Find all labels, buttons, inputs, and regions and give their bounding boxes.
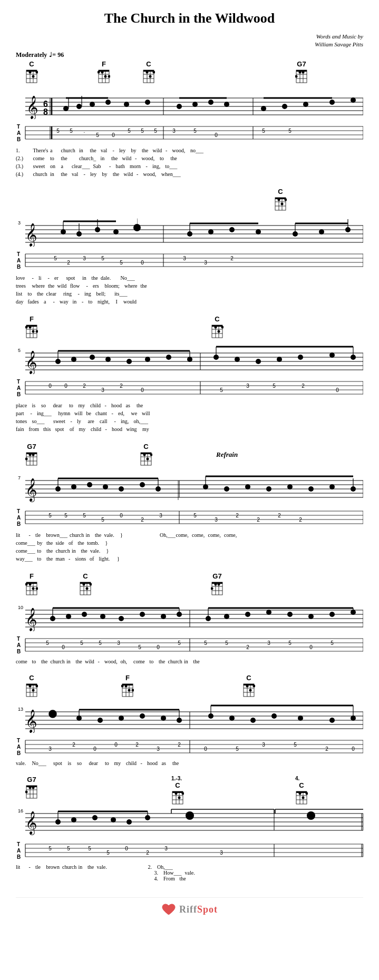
svg-point-335 bbox=[66, 614, 71, 619]
svg-rect-391 bbox=[122, 684, 133, 685]
svg-point-422 bbox=[119, 716, 124, 721]
svg-point-241 bbox=[147, 457, 149, 460]
svg-point-508 bbox=[127, 819, 132, 825]
svg-text:0: 0 bbox=[215, 132, 218, 138]
svg-point-487 bbox=[302, 796, 305, 799]
svg-rect-462 bbox=[26, 786, 37, 798]
svg-point-58 bbox=[208, 100, 213, 105]
svg-point-34 bbox=[295, 75, 298, 77]
svg-text:2: 2 bbox=[302, 383, 305, 389]
volta-1-3: 1.-3. C bbox=[171, 776, 184, 806]
staff-svg-5: 𝄞 10 bbox=[16, 601, 363, 631]
svg-point-61 bbox=[282, 104, 287, 109]
svg-text:A: A bbox=[17, 848, 21, 854]
svg-point-397 bbox=[125, 684, 128, 687]
svg-text:0: 0 bbox=[62, 644, 65, 650]
svg-text:3: 3 bbox=[172, 128, 176, 134]
svg-rect-480 bbox=[296, 791, 307, 804]
svg-point-427 bbox=[229, 716, 235, 721]
svg-text:3: 3 bbox=[262, 742, 265, 748]
svg-text:2: 2 bbox=[135, 742, 139, 748]
svg-text:5: 5 bbox=[101, 256, 104, 261]
svg-point-431 bbox=[329, 718, 335, 723]
chord-name: C bbox=[175, 781, 180, 789]
svg-text:5: 5 bbox=[64, 513, 67, 518]
chord-C-10: C bbox=[295, 781, 308, 806]
svg-text:0: 0 bbox=[204, 746, 207, 752]
svg-text:5: 5 bbox=[80, 640, 83, 646]
svg-point-388 bbox=[32, 689, 35, 691]
attribution: Words and Music by William Savage Pitts bbox=[16, 33, 363, 49]
svg-text:5: 5 bbox=[193, 128, 197, 134]
svg-point-195 bbox=[298, 355, 303, 360]
riffspot-heart-icon bbox=[161, 903, 176, 917]
volta-label: 1.-3. bbox=[171, 776, 184, 781]
lyric-line-1-1: 1. There's a church in the val - ley by … bbox=[16, 146, 363, 154]
svg-text:13: 13 bbox=[18, 707, 23, 712]
staff-svg-3: 𝄞 5 bbox=[16, 344, 363, 374]
chord-F-3: F bbox=[25, 572, 38, 597]
svg-text:5: 5 bbox=[262, 128, 265, 134]
svg-rect-97 bbox=[275, 198, 286, 199]
svg-point-16 bbox=[101, 71, 104, 73]
svg-point-306 bbox=[36, 587, 38, 590]
svg-point-57 bbox=[192, 102, 198, 107]
svg-text:T: T bbox=[17, 738, 20, 743]
svg-text:2: 2 bbox=[83, 383, 86, 389]
lyric-line-2-3: list to the clear ring - ing bell; its__… bbox=[16, 290, 363, 298]
svg-rect-19 bbox=[143, 70, 154, 83]
tab-svg-1: T A B 5 5 . 5 0 5 5 5 3 5 0 bbox=[16, 120, 363, 145]
chord-C-6: C bbox=[79, 572, 92, 597]
svg-text:5: 5 bbox=[99, 640, 102, 646]
svg-point-26 bbox=[149, 75, 152, 77]
svg-rect-166 bbox=[212, 325, 222, 327]
svg-point-256 bbox=[103, 484, 108, 489]
svg-text:3: 3 bbox=[48, 746, 52, 752]
svg-text:5: 5 bbox=[18, 348, 21, 353]
svg-rect-382 bbox=[26, 684, 37, 685]
svg-text:8: 8 bbox=[43, 107, 48, 116]
lyrics-7: lit - tle brown church in the vale. 2. O… bbox=[16, 864, 363, 881]
svg-point-468 bbox=[25, 790, 28, 793]
svg-text:5: 5 bbox=[154, 128, 157, 134]
svg-text:2: 2 bbox=[146, 850, 149, 856]
svg-point-478 bbox=[178, 796, 181, 799]
svg-text:2: 2 bbox=[325, 746, 328, 752]
section-6: C F bbox=[16, 674, 363, 766]
tab-svg-7: T A B 5 5 5 5 0 2 3 3 bbox=[16, 838, 363, 863]
chord-C-8: C bbox=[242, 674, 255, 699]
lyric-line-2-4: day fades a - way in - to night, I would bbox=[16, 298, 363, 306]
svg-text:5: 5 bbox=[193, 513, 197, 518]
chord-name: C bbox=[246, 674, 251, 682]
svg-point-262 bbox=[245, 484, 250, 489]
chord-diagram-C2 bbox=[142, 68, 155, 85]
svg-rect-155 bbox=[26, 325, 37, 338]
chord-name: C bbox=[146, 60, 151, 68]
svg-point-343 bbox=[224, 614, 229, 619]
svg-point-423 bbox=[140, 713, 145, 719]
svg-rect-472 bbox=[172, 791, 183, 793]
svg-text:B: B bbox=[17, 136, 21, 142]
svg-point-254 bbox=[71, 484, 76, 489]
svg-text:0: 0 bbox=[112, 132, 115, 138]
svg-point-428 bbox=[250, 718, 256, 723]
svg-text:𝄞: 𝄞 bbox=[26, 95, 38, 119]
svg-rect-317 bbox=[212, 582, 222, 584]
staff-svg-6: 𝄞 13 bbox=[16, 702, 363, 733]
lyric-line-2-1: love - li - er spot in the dale. No___ bbox=[16, 274, 363, 282]
staff-svg-2: 𝄞 3 𝅗𝅥 bbox=[16, 216, 363, 247]
svg-point-186 bbox=[105, 357, 111, 362]
svg-point-164 bbox=[36, 330, 38, 332]
chord-C-7: C bbox=[25, 674, 38, 699]
lyric-line-2-2: trees where the wild flow - ers bloom; w… bbox=[16, 282, 363, 290]
svg-point-257 bbox=[119, 486, 124, 492]
svg-text:0: 0 bbox=[336, 387, 339, 393]
lyric-line-4-1: lit - tle brown___ church in the vale. }… bbox=[16, 531, 363, 539]
refrain-label: Refrain bbox=[216, 450, 238, 459]
svg-rect-307 bbox=[80, 582, 91, 595]
svg-text:5: 5 bbox=[288, 640, 291, 646]
lyric-line-1-3: (3.) sweet on a clear___ Sab - bath morn… bbox=[16, 162, 363, 170]
section-4: G7 C bbox=[16, 443, 363, 563]
svg-point-507 bbox=[111, 817, 116, 822]
lyric-line-5-1: come to the church in the wild - wood, o… bbox=[16, 659, 363, 664]
